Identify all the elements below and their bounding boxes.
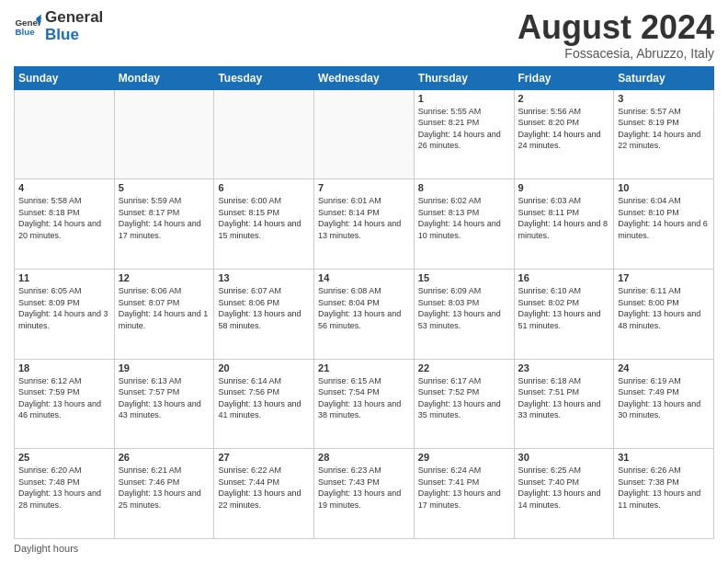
- calendar-cell: 17Sunrise: 6:11 AMSunset: 8:00 PMDayligh…: [614, 269, 714, 359]
- month-title: August 2024: [518, 9, 714, 46]
- day-of-week-row: SundayMondayTuesdayWednesdayThursdayFrid…: [15, 66, 714, 89]
- calendar-cell: 18Sunrise: 6:12 AMSunset: 7:59 PMDayligh…: [15, 359, 115, 449]
- day-number: 13: [218, 272, 310, 283]
- calendar-week-row: 25Sunrise: 6:20 AMSunset: 7:48 PMDayligh…: [15, 449, 714, 539]
- calendar-cell: [15, 89, 115, 179]
- day-number: 14: [318, 272, 410, 283]
- day-info: Sunrise: 6:14 AMSunset: 7:56 PMDaylight:…: [218, 375, 310, 421]
- day-number: 16: [518, 272, 610, 283]
- day-info: Sunrise: 6:03 AMSunset: 8:11 PMDaylight:…: [518, 195, 610, 241]
- footer-note: Daylight hours: [14, 543, 714, 554]
- calendar-week-row: 4Sunrise: 5:58 AMSunset: 8:18 PMDaylight…: [15, 179, 714, 270]
- day-number: 24: [618, 362, 710, 373]
- day-info: Sunrise: 6:26 AMSunset: 7:38 PMDaylight:…: [618, 465, 710, 511]
- day-info: Sunrise: 6:07 AMSunset: 8:06 PMDaylight:…: [218, 285, 310, 331]
- day-of-week-header: Friday: [514, 66, 614, 89]
- day-info: Sunrise: 6:09 AMSunset: 8:03 PMDaylight:…: [418, 285, 510, 331]
- day-number: 19: [119, 362, 210, 373]
- day-number: 25: [18, 452, 110, 463]
- day-number: 26: [119, 452, 210, 463]
- calendar-cell: [314, 89, 415, 179]
- day-info: Sunrise: 6:11 AMSunset: 8:00 PMDaylight:…: [618, 285, 710, 331]
- day-number: 1: [418, 93, 510, 104]
- day-number: 30: [518, 452, 610, 463]
- day-of-week-header: Wednesday: [314, 66, 415, 89]
- day-number: 7: [318, 182, 410, 193]
- calendar-cell: 13Sunrise: 6:07 AMSunset: 8:06 PMDayligh…: [214, 269, 314, 359]
- calendar-cell: 30Sunrise: 6:25 AMSunset: 7:40 PMDayligh…: [514, 449, 614, 539]
- day-info: Sunrise: 6:18 AMSunset: 7:51 PMDaylight:…: [518, 375, 610, 421]
- day-number: 27: [218, 452, 310, 463]
- day-info: Sunrise: 6:20 AMSunset: 7:48 PMDaylight:…: [18, 465, 110, 511]
- calendar-cell: 29Sunrise: 6:24 AMSunset: 7:41 PMDayligh…: [414, 449, 514, 539]
- day-number: 10: [618, 182, 710, 193]
- day-info: Sunrise: 5:57 AMSunset: 8:19 PMDaylight:…: [618, 106, 710, 152]
- calendar-cell: 10Sunrise: 6:04 AMSunset: 8:10 PMDayligh…: [614, 179, 714, 270]
- day-info: Sunrise: 6:04 AMSunset: 8:10 PMDaylight:…: [618, 195, 710, 241]
- day-number: 29: [418, 452, 510, 463]
- day-of-week-header: Sunday: [15, 66, 115, 89]
- day-info: Sunrise: 6:24 AMSunset: 7:41 PMDaylight:…: [418, 465, 510, 511]
- day-info: Sunrise: 6:01 AMSunset: 8:14 PMDaylight:…: [318, 195, 410, 241]
- day-info: Sunrise: 6:15 AMSunset: 7:54 PMDaylight:…: [318, 375, 410, 421]
- calendar-cell: 9Sunrise: 6:03 AMSunset: 8:11 PMDaylight…: [514, 179, 614, 270]
- calendar-cell: 28Sunrise: 6:23 AMSunset: 7:43 PMDayligh…: [314, 449, 415, 539]
- calendar-cell: 7Sunrise: 6:01 AMSunset: 8:14 PMDaylight…: [314, 179, 415, 270]
- day-number: 21: [318, 362, 410, 373]
- day-number: 2: [518, 93, 610, 104]
- day-info: Sunrise: 6:25 AMSunset: 7:40 PMDaylight:…: [518, 465, 610, 511]
- day-info: Sunrise: 5:58 AMSunset: 8:18 PMDaylight:…: [18, 195, 110, 241]
- day-number: 9: [518, 182, 610, 193]
- day-number: 20: [218, 362, 310, 373]
- calendar-body: 1Sunrise: 5:55 AMSunset: 8:21 PMDaylight…: [15, 89, 714, 538]
- calendar-cell: 3Sunrise: 5:57 AMSunset: 8:19 PMDaylight…: [614, 89, 714, 179]
- calendar-cell: [214, 89, 314, 179]
- logo-icon: General Blue: [14, 13, 41, 40]
- day-info: Sunrise: 6:19 AMSunset: 7:49 PMDaylight:…: [618, 375, 710, 421]
- day-of-week-header: Thursday: [414, 66, 514, 89]
- calendar-cell: 1Sunrise: 5:55 AMSunset: 8:21 PMDaylight…: [414, 89, 514, 179]
- calendar-cell: 22Sunrise: 6:17 AMSunset: 7:52 PMDayligh…: [414, 359, 514, 449]
- calendar-cell: 25Sunrise: 6:20 AMSunset: 7:48 PMDayligh…: [15, 449, 115, 539]
- day-number: 22: [418, 362, 510, 373]
- logo-blue: Blue: [45, 27, 103, 44]
- day-number: 23: [518, 362, 610, 373]
- day-number: 28: [318, 452, 410, 463]
- day-info: Sunrise: 6:02 AMSunset: 8:13 PMDaylight:…: [418, 195, 510, 241]
- svg-text:Blue: Blue: [16, 27, 36, 37]
- day-info: Sunrise: 5:56 AMSunset: 8:20 PMDaylight:…: [518, 106, 610, 152]
- day-number: 18: [18, 362, 110, 373]
- day-number: 17: [618, 272, 710, 283]
- calendar-cell: 19Sunrise: 6:13 AMSunset: 7:57 PMDayligh…: [114, 359, 214, 449]
- calendar-cell: 16Sunrise: 6:10 AMSunset: 8:02 PMDayligh…: [514, 269, 614, 359]
- day-number: 4: [18, 182, 110, 193]
- day-number: 6: [218, 182, 310, 193]
- day-info: Sunrise: 6:05 AMSunset: 8:09 PMDaylight:…: [18, 285, 110, 331]
- header: General Blue General Blue August 2024 Fo…: [14, 9, 714, 61]
- calendar-cell: 11Sunrise: 6:05 AMSunset: 8:09 PMDayligh…: [15, 269, 115, 359]
- day-of-week-header: Monday: [114, 66, 214, 89]
- calendar-cell: 12Sunrise: 6:06 AMSunset: 8:07 PMDayligh…: [114, 269, 214, 359]
- calendar-cell: 8Sunrise: 6:02 AMSunset: 8:13 PMDaylight…: [414, 179, 514, 270]
- day-info: Sunrise: 6:10 AMSunset: 8:02 PMDaylight:…: [518, 285, 610, 331]
- page: General Blue General Blue August 2024 Fo…: [0, 0, 728, 563]
- day-info: Sunrise: 5:59 AMSunset: 8:17 PMDaylight:…: [119, 195, 210, 241]
- day-info: Sunrise: 6:08 AMSunset: 8:04 PMDaylight:…: [318, 285, 410, 331]
- day-info: Sunrise: 6:23 AMSunset: 7:43 PMDaylight:…: [318, 465, 410, 511]
- logo-general: General: [45, 9, 103, 27]
- day-info: Sunrise: 6:22 AMSunset: 7:44 PMDaylight:…: [218, 465, 310, 511]
- day-number: 3: [618, 93, 710, 104]
- calendar-cell: 5Sunrise: 5:59 AMSunset: 8:17 PMDaylight…: [114, 179, 214, 270]
- calendar-cell: 26Sunrise: 6:21 AMSunset: 7:46 PMDayligh…: [114, 449, 214, 539]
- calendar-cell: 21Sunrise: 6:15 AMSunset: 7:54 PMDayligh…: [314, 359, 415, 449]
- calendar-cell: 31Sunrise: 6:26 AMSunset: 7:38 PMDayligh…: [614, 449, 714, 539]
- day-number: 8: [418, 182, 510, 193]
- calendar-cell: 4Sunrise: 5:58 AMSunset: 8:18 PMDaylight…: [15, 179, 115, 270]
- title-block: August 2024 Fossacesia, Abruzzo, Italy: [518, 9, 714, 61]
- day-info: Sunrise: 5:55 AMSunset: 8:21 PMDaylight:…: [418, 106, 510, 152]
- day-info: Sunrise: 6:17 AMSunset: 7:52 PMDaylight:…: [418, 375, 510, 421]
- calendar-cell: 6Sunrise: 6:00 AMSunset: 8:15 PMDaylight…: [214, 179, 314, 270]
- calendar-cell: 24Sunrise: 6:19 AMSunset: 7:49 PMDayligh…: [614, 359, 714, 449]
- day-of-week-header: Saturday: [614, 66, 714, 89]
- day-number: 15: [418, 272, 510, 283]
